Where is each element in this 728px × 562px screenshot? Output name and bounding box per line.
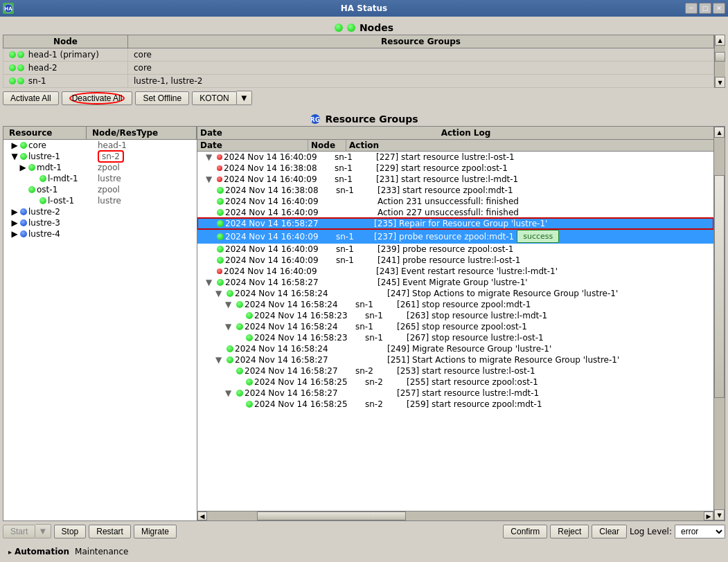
list-item[interactable]: ▼ 2024 Nov 14 16:58:24 [247] Stop Action… (197, 288, 713, 299)
status-dot (9, 64, 16, 71)
list-item[interactable]: 2024 Nov 14 16:40:09 sn-1 [237] probe re… (197, 229, 713, 244)
nodes-scrollbar[interactable]: ▲ ▼ (714, 35, 725, 88)
table-row[interactable]: head-1 (primary) core (3, 48, 714, 62)
start-dropdown[interactable]: Start ▼ (3, 524, 51, 538)
list-item[interactable]: l-mdt-1 lustre (3, 173, 197, 184)
toggle-icon[interactable]: ▼ (225, 300, 235, 309)
toggle-icon[interactable]: ▼ (215, 355, 225, 365)
log-action: [233] start resource zpool:mdt-1 (378, 185, 712, 195)
koton-button[interactable]: KOTON (192, 91, 236, 105)
list-item[interactable]: ▼ 2024 Nov 14 16:58:27 [251] Start Actio… (197, 354, 713, 365)
list-item[interactable]: 2024 Nov 14 16:40:09 [243] Event restart… (197, 266, 713, 277)
log-action: Action 231 unsuccessfull: finished (378, 197, 712, 206)
list-item[interactable]: ▼ 2024 Nov 14 16:58:24 sn-1 [265] stop r… (197, 321, 713, 332)
list-item[interactable]: ▼ 2024 Nov 14 16:58:27 [245] Event Migra… (197, 277, 713, 288)
status-dot (20, 208, 27, 215)
list-item[interactable]: 2024 Nov 14 16:58:23 sn-1 [267] stop res… (197, 332, 713, 343)
list-item[interactable]: 2024 Nov 14 16:40:09 Action 231 unsucces… (197, 196, 713, 207)
set-offline-button[interactable]: Set Offline (135, 91, 189, 105)
list-item[interactable]: ▼ lustre-1 sn-2 (3, 151, 197, 162)
list-item[interactable]: ▶ lustre-2 (3, 206, 197, 217)
scroll-up-button[interactable]: ▲ (715, 35, 725, 46)
table-row[interactable]: head-2 core (3, 62, 714, 75)
activate-all-button[interactable]: Activate All (3, 91, 59, 105)
automation-toggle[interactable]: ▸ Automation (8, 547, 69, 556)
list-item[interactable]: 2024 Nov 14 16:38:08 sn-1 [229] start re… (197, 163, 713, 174)
koton-arrow-button[interactable]: ▼ (237, 91, 252, 105)
tree-toggle-icon[interactable]: ▼ (10, 152, 19, 161)
list-item[interactable]: 2024 Nov 14 16:58:25 sn-2 [259] start re… (197, 399, 713, 410)
window-title: HA Status (341, 3, 387, 13)
scroll-thumb[interactable] (715, 52, 725, 62)
tree-toggle-icon[interactable]: ▶ (10, 218, 19, 228)
window-controls[interactable]: ─ □ ✕ (685, 3, 725, 14)
list-item[interactable]: 2024 Nov 14 16:58:24 [249] Migrate Resou… (197, 343, 713, 354)
log-level-select[interactable]: debug info warning error critical (675, 525, 725, 538)
log-action: [267] stop resource lustre:l-ost-1 (407, 333, 712, 343)
log-scroll-track[interactable] (714, 138, 725, 509)
tree-toggle-icon[interactable]: ▶ (10, 207, 19, 217)
status-dot (217, 257, 224, 264)
list-item[interactable]: ost-1 zpool (3, 184, 197, 195)
list-item[interactable]: ▼ 2024 Nov 14 16:58:27 [257] start resou… (197, 388, 713, 399)
h-scroll-track[interactable] (207, 511, 704, 520)
list-item[interactable]: 2024 Nov 14 16:58:23 sn-1 [263] stop res… (197, 310, 713, 321)
scroll-down-button[interactable]: ▼ (715, 77, 725, 88)
status-dot (236, 368, 243, 374)
toggle-icon[interactable]: ▼ (206, 278, 215, 287)
list-item[interactable]: ▶ core head-1 (3, 140, 197, 151)
list-item[interactable]: 2024 Nov 14 16:58:25 sn-2 [255] start re… (197, 377, 713, 388)
list-item[interactable]: 2024 Nov 14 16:40:09 sn-1 [241] probe re… (197, 255, 713, 266)
tree-toggle-icon[interactable]: ▶ (10, 229, 19, 239)
log-scroll-down-button[interactable]: ▼ (714, 509, 725, 520)
confirm-button[interactable]: Confirm (503, 525, 547, 538)
migrate-button[interactable]: Migrate (134, 525, 177, 538)
titlebar-left: HA (3, 3, 14, 14)
stop-button[interactable]: Stop (54, 525, 87, 538)
restart-button[interactable]: Restart (89, 525, 131, 538)
list-item[interactable]: l-ost-1 lustre (3, 195, 197, 206)
list-item[interactable]: ▼ 2024 Nov 14 16:40:09 sn-1 [231] start … (197, 174, 713, 185)
log-hscrollbar[interactable]: ◀ ▶ (197, 511, 713, 520)
toggle-icon[interactable]: ▼ (215, 289, 225, 298)
koton-dropdown[interactable]: KOTON ▼ (192, 91, 252, 105)
log-scroll-thumb[interactable] (714, 175, 725, 398)
log-node: sn-1 (336, 185, 378, 195)
list-item[interactable]: ▶ lustre-4 (3, 228, 197, 239)
list-item[interactable]: ▼ 2024 Nov 14 16:58:24 sn-1 [261] stop r… (197, 299, 713, 310)
list-item[interactable]: 2024 Nov 14 16:58:27 sn-2 [253] start re… (197, 365, 713, 377)
minimize-button[interactable]: ─ (685, 3, 698, 14)
tree-toggle-icon[interactable]: ▶ (19, 163, 27, 172)
list-item[interactable]: 2024 Nov 14 16:40:09 Action 227 unsucces… (197, 207, 713, 218)
toggle-icon[interactable]: ▼ (225, 322, 235, 332)
start-button[interactable]: Start (3, 525, 35, 538)
toggle-icon[interactable]: ▼ (225, 388, 235, 398)
start-arrow-button[interactable]: ▼ (35, 524, 51, 538)
node-cell: head-2 (3, 62, 128, 75)
toggle-icon[interactable]: ▼ (206, 174, 215, 184)
reject-button[interactable]: Reject (550, 525, 589, 538)
list-item[interactable]: 2024 Nov 14 16:38:08 sn-1 [233] start re… (197, 185, 713, 196)
table-row[interactable]: sn-1 lustre-1, lustre-2 (3, 75, 714, 88)
status-dot (217, 187, 224, 194)
h-scroll-thumb[interactable] (257, 511, 406, 520)
repair-row[interactable]: 2024 Nov 14 16:58:27 [235] Repair for Re… (197, 218, 713, 229)
close-button[interactable]: ✕ (713, 3, 725, 14)
tree-label: ost-1 (37, 185, 98, 194)
deactivate-all-button[interactable]: Deactivate All (62, 91, 133, 105)
list-item[interactable]: ▶ mdt-1 zpool (3, 162, 197, 173)
log-body[interactable]: ▼ 2024 Nov 14 16:40:09 sn-1 [227] start … (197, 152, 713, 511)
list-item[interactable]: ▶ lustre-3 (3, 217, 197, 228)
log-scroll-up-button[interactable]: ▲ (714, 127, 725, 138)
log-vscrollbar[interactable]: ▲ ▼ (713, 127, 725, 520)
clear-button[interactable]: Clear (592, 525, 627, 538)
list-item[interactable]: 2024 Nov 14 16:40:09 sn-1 [239] probe re… (197, 244, 713, 255)
scroll-track[interactable] (715, 46, 725, 77)
maximize-button[interactable]: □ (699, 3, 711, 14)
tree-toggle-icon[interactable]: ▶ (10, 140, 19, 150)
tree-label: mdt-1 (37, 163, 98, 172)
list-item[interactable]: ▼ 2024 Nov 14 16:40:09 sn-1 [227] start … (197, 152, 713, 163)
toggle-icon[interactable]: ▼ (206, 152, 215, 162)
scroll-right-button[interactable]: ▶ (704, 511, 713, 520)
scroll-left-button[interactable]: ◀ (197, 511, 207, 520)
